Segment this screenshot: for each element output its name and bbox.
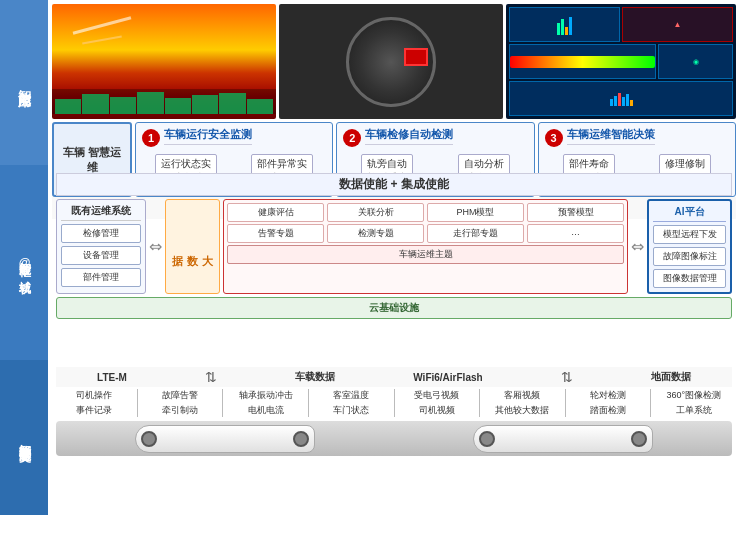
badge-2: 2 [343, 129, 361, 147]
s3-data-col3: 轴承振动冲击 电机电流 [227, 389, 304, 417]
dashboard-image: ▲ ◉ [506, 4, 736, 119]
wifi-label: WiFi6/AirFlash [413, 372, 482, 383]
s3-item: 其他较大数据 [484, 404, 561, 417]
bar [192, 95, 218, 114]
s2-bigdata-label: 大数据 [170, 246, 215, 248]
divider [394, 389, 395, 417]
dash-row3 [509, 81, 733, 116]
s3-item: 司机视频 [399, 404, 476, 417]
s2-ai-item: 模型远程下发 [653, 225, 726, 244]
badge-3: 3 [545, 129, 563, 147]
arrow-icon: ⇅ [205, 369, 217, 385]
image-row: ▲ ◉ [52, 4, 736, 119]
ltem-label: LTE-M [97, 372, 127, 383]
dash-cell: ◉ [658, 44, 733, 79]
cat-header2: 2 车辆检修自动检测 [341, 127, 529, 149]
dash-bars [557, 15, 572, 35]
section3-content: LTE-M ⇅ 车载数据 WiFi6/AirFlash ⇅ 地面数据 [48, 360, 740, 515]
s3-data-row: 司机操作 事件记录 故障告警 牵引制动 轴承振动冲击 电机电流 [56, 389, 732, 417]
bar [82, 94, 108, 114]
s3-item: 360°图像检测 [655, 389, 732, 402]
section3-label: 智能联接智能交互 [0, 360, 48, 515]
s2-main-row: 既有运维系统 检修管理 设备管理 部件管理 ⇔ 大数据 健康评估 [56, 199, 732, 294]
s3-item: 电机电流 [227, 404, 304, 417]
dash-cell [509, 81, 733, 116]
train-shape-right [473, 425, 653, 453]
ground-data-label: 地面数据 [651, 370, 691, 384]
s2-existing-item: 设备管理 [61, 246, 141, 265]
s2-cloud: 云基础设施 [56, 297, 732, 319]
section1-content: ▲ ◉ [48, 0, 740, 165]
s3-item: 客室温度 [313, 389, 390, 402]
s2-grid-cell: … [527, 224, 624, 243]
s2-bigdata: 大数据 [165, 199, 220, 294]
s3-item: 客厢视频 [484, 389, 561, 402]
mechanical-image [279, 4, 503, 119]
bar [165, 98, 191, 114]
cat-title1: 车辆运行安全监测 [164, 127, 252, 145]
dash-cell [509, 44, 656, 79]
s2-ai-item: 图像数据管理 [653, 269, 726, 288]
s2-existing-item: 检修管理 [61, 224, 141, 243]
train-shape-left [135, 425, 315, 453]
s3-network-wifi: WiFi6/AirFlash [413, 372, 482, 383]
s3-data-col1: 司机操作 事件记录 [56, 389, 133, 417]
s2-ai-item: 故障图像标注 [653, 247, 726, 266]
s2-title: 数据使能 + 集成使能 [56, 173, 732, 196]
bar [247, 99, 273, 114]
s3-item: 踏面检测 [570, 404, 647, 417]
s3-network-ground: 地面数据 [651, 370, 691, 384]
s2-existing-title: 既有运维系统 [61, 204, 141, 221]
section2-row: 智能中枢@城轨 数据使能 + 集成使能 既有运维系统 检修管理 设备管理 部件管… [0, 165, 740, 360]
s3-item: 受电弓视频 [399, 389, 476, 402]
s2-grid-row1: 健康评估 关联分析 PHM模型 预警模型 [227, 203, 624, 222]
s2-ai-platform: AI平台 模型远程下发 故障图像标注 图像数据管理 [647, 199, 732, 294]
s3-item: 车门状态 [313, 404, 390, 417]
divider [308, 389, 309, 417]
cat-header1: 1 车辆运行安全监测 [140, 127, 328, 149]
arrow-lr-right: ⇔ [631, 199, 644, 294]
section1-row: 智能应用 [0, 0, 740, 165]
badge-1: 1 [142, 129, 160, 147]
s3-network-ltem: LTE-M [97, 372, 127, 383]
bar [137, 92, 163, 115]
s2-grid-row3: 车辆运维主题 [227, 245, 624, 264]
s2-grid-area: 健康评估 关联分析 PHM模型 预警模型 告警专题 检测专题 走行部专题 … [223, 199, 628, 294]
s3-inner: LTE-M ⇅ 车载数据 WiFi6/AirFlash ⇅ 地面数据 [52, 364, 736, 459]
s2-grid-cell: 走行部专题 [427, 224, 524, 243]
bar [110, 97, 136, 115]
bar [561, 19, 564, 35]
s3-item: 轮对检测 [570, 389, 647, 402]
s3-data-col4: 客室温度 车门状态 [313, 389, 390, 417]
s2-grid-cell: 健康评估 [227, 203, 324, 222]
s2-existing-system: 既有运维系统 检修管理 设备管理 部件管理 [56, 199, 146, 294]
divider [222, 389, 223, 417]
cat-title2: 车辆检修自动检测 [365, 127, 453, 145]
divider [137, 389, 138, 417]
divider [650, 389, 651, 417]
dash-row1: ▲ [509, 7, 733, 42]
bar [557, 23, 560, 35]
s3-item: 事件记录 [56, 404, 133, 417]
vehicle-data-label: 车载数据 [295, 370, 335, 384]
s2-existing-item: 部件管理 [61, 268, 141, 287]
divider [565, 389, 566, 417]
s3-data-col8: 360°图像检测 工单系统 [655, 389, 732, 417]
arrow-icon: ⇅ [561, 369, 573, 385]
main-container: 智能应用 [0, 0, 740, 538]
bar [565, 27, 568, 35]
s3-network-vehicle: 车载数据 [295, 370, 335, 384]
dash-row2: ◉ [509, 44, 733, 79]
arrow-lr-left: ⇔ [149, 199, 162, 294]
s3-data-col7: 轮对检测 踏面检测 [570, 389, 647, 417]
cat-header3: 3 车辆运维智能决策 [543, 127, 731, 149]
s2-grid-cell: 预警模型 [527, 203, 624, 222]
s3-train-area [56, 421, 732, 456]
s2-grid-cell: 关联分析 [327, 203, 424, 222]
s3-network-row: LTE-M ⇅ 车载数据 WiFi6/AirFlash ⇅ 地面数据 [56, 367, 732, 387]
section2-label: 智能中枢@城轨 [0, 165, 48, 360]
s3-item: 司机操作 [56, 389, 133, 402]
thermal-graph [52, 89, 276, 114]
s2-vehicle-theme: 车辆运维主题 [227, 245, 624, 264]
thermal-image [52, 4, 276, 119]
